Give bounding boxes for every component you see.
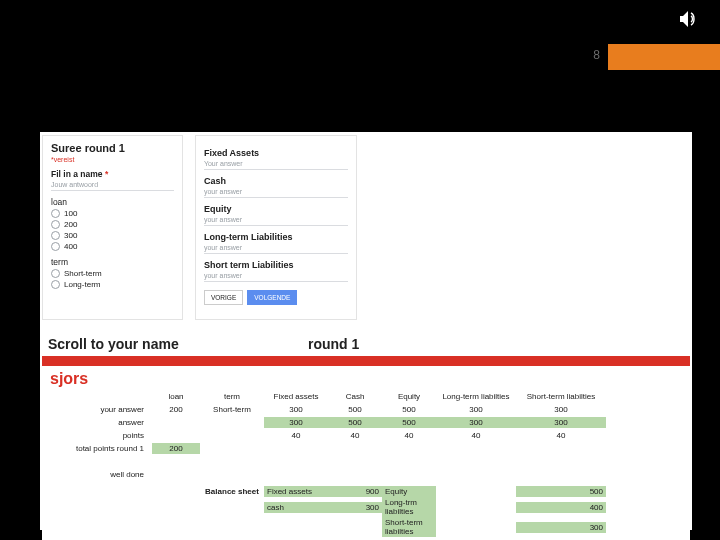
radio-icon [51, 269, 60, 278]
slide-title: The decisions wil be processed in a goog… [42, 44, 562, 123]
hdr-ltl: Long-term liabilties [436, 391, 516, 402]
grid: loan term Fixed assets Cash Equity Long-… [42, 390, 690, 540]
back-button[interactable]: VORIGE [204, 290, 243, 305]
page-number: 8 [593, 48, 600, 62]
hdr-eq: Equity [382, 391, 436, 402]
audio-icon [678, 10, 700, 33]
q-loan: loan [51, 197, 174, 207]
row-points: points 40 40 40 40 40 [42, 429, 690, 442]
term-opt-0[interactable]: Short-term [51, 269, 174, 278]
stl-input[interactable]: your answer [204, 272, 348, 282]
radio-icon [51, 242, 60, 251]
radio-icon [51, 209, 60, 218]
loan-opt-2[interactable]: 300 [51, 231, 174, 240]
radio-icon [51, 231, 60, 240]
loan-opt-3[interactable]: 400 [51, 242, 174, 251]
balance-sheet: Balance sheet Fixed assets 900 Equity 50… [42, 485, 690, 540]
next-button[interactable]: VOLGENDE [247, 290, 297, 305]
hdr-cash: Cash [328, 391, 382, 402]
ltl-label: Long-term Liabilities [204, 232, 348, 242]
term-opt-1[interactable]: Long-term [51, 280, 174, 289]
hdr-stl: Short-term liabilties [516, 391, 606, 402]
spreadsheet: Scroll to your name round 1 sjors loan t… [42, 330, 690, 540]
stl-label: Short term Liabilities [204, 260, 348, 270]
form-card-right: Fixed Assets Your answer Cash your answe… [195, 135, 357, 320]
sheet-header: Scroll to your name round 1 [42, 334, 690, 354]
header-row: loan term Fixed assets Cash Equity Long-… [42, 390, 690, 403]
player-name: sjors [42, 368, 690, 390]
cash-input[interactable]: your answer [204, 188, 348, 198]
hdr-term: term [200, 391, 264, 402]
loan-opt-0[interactable]: 100 [51, 209, 174, 218]
round-label: round 1 [308, 336, 359, 352]
red-bar [42, 356, 690, 366]
row-well: well done [42, 468, 690, 481]
form-title: Suree round 1 [51, 142, 174, 154]
row-answer: answer 300 500 500 300 300 [42, 416, 690, 429]
eq-label: Equity [204, 204, 348, 214]
row-your: your answer 200 Short-term 300 500 500 3… [42, 403, 690, 416]
eq-input[interactable]: your answer [204, 216, 348, 226]
balance-title: Balance sheet [200, 486, 264, 497]
radio-icon [51, 220, 60, 229]
page-accent [608, 44, 720, 70]
required-hint: *vereist [51, 156, 174, 163]
row-total: total points round 1 200 [42, 442, 690, 455]
loan-opt-1[interactable]: 200 [51, 220, 174, 229]
name-input[interactable]: Jouw antwoord [51, 181, 174, 191]
cash-label: Cash [204, 176, 348, 186]
fa-label: Fixed Assets [204, 148, 348, 158]
q-term: term [51, 257, 174, 267]
q-name: Fil in a name * [51, 169, 174, 179]
fa-input[interactable]: Your answer [204, 160, 348, 170]
ltl-input[interactable]: your answer [204, 244, 348, 254]
form-card-left: Suree round 1 *vereist Fil in a name * J… [42, 135, 183, 320]
radio-icon [51, 280, 60, 289]
forms-row: Suree round 1 *vereist Fil in a name * J… [42, 135, 357, 320]
hdr-loan: loan [152, 391, 200, 402]
scroll-label: Scroll to your name [48, 336, 308, 352]
hdr-fa: Fixed assets [264, 391, 328, 402]
